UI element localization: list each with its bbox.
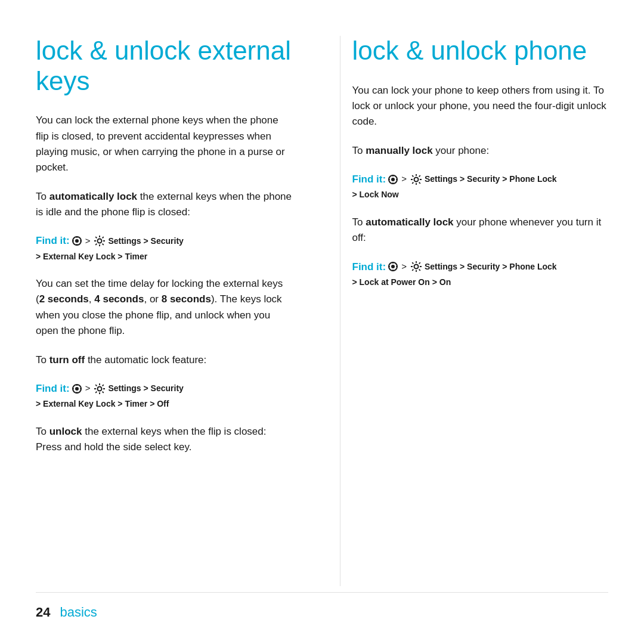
arrow-2: > xyxy=(85,382,91,395)
left-column: lock & unlock external keys You can lock… xyxy=(36,36,304,586)
unlock-text: To unlock the external keys when the fli… xyxy=(36,424,292,456)
manual-rest: your phone: xyxy=(433,145,490,156)
delay-bold2: 4 seconds xyxy=(94,293,144,305)
turnoff-rest: the automatic lock feature: xyxy=(85,354,206,366)
findit-line-4: Find it: > Settings > Security > xyxy=(352,259,609,275)
columns: lock & unlock external keys You can lock… xyxy=(36,36,608,586)
findit-line-2: Find it: > Settings > Security xyxy=(36,381,292,397)
findit-label-3: Find it: xyxy=(352,172,386,187)
page-number: 24 xyxy=(36,605,50,620)
findit-label-4: Find it: xyxy=(352,259,386,275)
page-container: lock & unlock external keys You can lock… xyxy=(0,0,644,644)
findit-label-1: Find it: xyxy=(36,233,70,249)
manual-bold: manually lock xyxy=(366,145,432,156)
right-title: lock & unlock phone xyxy=(352,36,609,66)
findit-block-2: Find it: > Settings > Security xyxy=(36,381,292,411)
delay-bold3: 8 seconds xyxy=(162,293,211,305)
findit-block-1: Find it: > xyxy=(36,233,292,263)
right-para1: You can lock your phone to keep others f… xyxy=(352,83,609,130)
svg-point-20 xyxy=(414,177,418,181)
findit-path2-1: > External Key Lock > Timer xyxy=(36,250,292,263)
auto-lock-bold: automatically lock xyxy=(49,191,137,202)
dot-icon-2 xyxy=(72,383,82,394)
gear-icon-3 xyxy=(410,173,423,186)
findit-label-2: Find it: xyxy=(36,381,70,397)
left-para1: You can lock the external phone keys whe… xyxy=(36,113,292,175)
footer-label: basics xyxy=(60,605,97,620)
arrow-1: > xyxy=(85,234,91,248)
left-title: lock & unlock external keys xyxy=(36,36,292,96)
svg-point-1 xyxy=(75,239,79,243)
footer: 24 basics xyxy=(36,592,608,620)
arrow-4: > xyxy=(401,260,407,274)
dot-icon-3 xyxy=(388,174,398,185)
svg-point-15 xyxy=(391,178,395,181)
findit-block-3: Find it: > Settings > Security > xyxy=(352,172,609,202)
right-column: lock & unlock phone You can lock your ph… xyxy=(340,36,609,586)
turnoff-bold: turn off xyxy=(49,354,85,366)
findit-path1-1: Settings > Security xyxy=(108,235,183,247)
svg-point-22 xyxy=(391,265,395,268)
turnoff-intro: To turn off the automatic lock feature: xyxy=(36,352,292,368)
gear-icon-2 xyxy=(93,382,106,395)
svg-point-13 xyxy=(98,386,102,391)
findit-line-1: Find it: > xyxy=(36,233,292,249)
findit-path1-3: Settings > Security > Phone Lock xyxy=(425,173,557,185)
auto-bold: automatically lock xyxy=(366,216,453,228)
findit-line-3: Find it: > Settings > Security > xyxy=(352,172,609,187)
dot-icon-4 xyxy=(388,261,398,272)
findit-path2-2: > External Key Lock > Timer > Off xyxy=(36,397,292,410)
findit-path2-4: > Lock at Power On > On xyxy=(352,275,609,289)
gear-icon-4 xyxy=(410,260,423,273)
manual-intro: To manually lock your phone: xyxy=(352,143,609,159)
unlock-bold: unlock xyxy=(49,426,82,437)
arrow-3: > xyxy=(401,172,407,186)
delay-text: You can set the time delay for locking t… xyxy=(36,276,292,339)
gear-icon-1 xyxy=(93,234,106,247)
delay-bold1: 2 seconds xyxy=(39,293,89,305)
auto-lock-intro: To automatically lock the external keys … xyxy=(36,189,292,221)
findit-block-4: Find it: > Settings > Security > xyxy=(352,259,609,289)
dot-icon-1 xyxy=(72,236,82,246)
findit-path2-3: > Lock Now xyxy=(352,188,609,201)
findit-path1-2: Settings > Security xyxy=(108,382,183,395)
svg-point-8 xyxy=(75,387,79,391)
auto-intro: To automatically lock your phone wheneve… xyxy=(352,215,609,246)
svg-point-27 xyxy=(414,265,418,269)
findit-path1-4: Settings > Security > Phone Lock xyxy=(425,261,557,273)
svg-point-6 xyxy=(98,239,102,243)
